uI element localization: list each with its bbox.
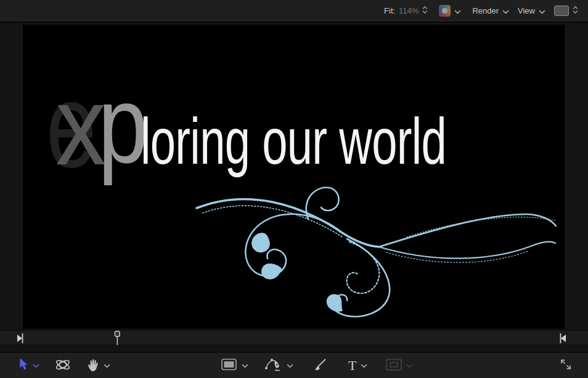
expand-canvas-button[interactable] — [558, 357, 573, 374]
zoom-stepper-icon[interactable] — [422, 6, 428, 17]
motion-canvas-window: Fit: 114% Render View — [0, 0, 588, 378]
title-text-rest: loring our world — [141, 108, 446, 174]
image-mask-tool — [385, 358, 414, 374]
zoom-fit-control[interactable]: Fit: 114% — [384, 6, 428, 17]
display-zoom-control[interactable] — [554, 6, 578, 17]
pan-tool[interactable] — [85, 356, 112, 375]
rectangle-shape-tool[interactable] — [220, 357, 250, 374]
mini-timeline[interactable] — [0, 330, 588, 345]
render-menu-label: Render — [472, 6, 499, 15]
chevron-down-icon — [104, 361, 110, 370]
rectangle-icon — [221, 358, 237, 372]
chevron-down-icon — [454, 6, 461, 17]
display-stepper-icon[interactable] — [573, 6, 578, 17]
chevron-down-icon — [287, 361, 293, 370]
orbit-3d-icon — [54, 357, 71, 374]
orbit-3d-transform-tool[interactable] — [53, 356, 73, 376]
chevron-down-icon — [242, 361, 248, 370]
paintbrush-icon — [313, 358, 327, 373]
pen-nib-icon — [264, 358, 282, 374]
chevron-down-icon — [502, 6, 509, 17]
flourish-graphic-layer[interactable] — [188, 177, 558, 322]
fit-label: Fit: — [384, 6, 395, 15]
channels-menu[interactable] — [439, 5, 461, 17]
select-arrow-icon — [17, 358, 28, 373]
text-tool-icon: T — [348, 359, 356, 372]
bezier-pen-tool[interactable] — [263, 356, 295, 375]
zoom-value: 114% — [399, 6, 419, 15]
select-tool[interactable] — [16, 356, 41, 374]
view-menu-label: View — [518, 6, 535, 15]
text-tool[interactable]: T — [347, 358, 369, 374]
canvas-toolbar: Fit: 114% Render View — [0, 0, 588, 23]
toolbar-divider — [0, 345, 588, 352]
paint-stroke-tool[interactable] — [312, 356, 329, 374]
view-menu[interactable]: View — [518, 6, 545, 17]
in-point-marker[interactable] — [17, 333, 24, 346]
hand-icon — [86, 358, 99, 374]
diagonal-resize-icon — [560, 358, 572, 372]
chevron-down-icon — [361, 361, 367, 370]
color-channels-swatch-icon — [439, 5, 451, 17]
canvas-viewport[interactable]: e x p loring our world — [23, 25, 565, 329]
tools-toolbar: T — [0, 352, 588, 378]
image-mask-icon — [386, 359, 402, 372]
chevron-down-icon — [33, 361, 39, 370]
chevron-down-icon — [406, 361, 413, 370]
out-point-marker[interactable] — [559, 333, 566, 346]
display-rect-icon — [554, 6, 569, 16]
chevron-down-icon — [539, 6, 545, 17]
render-menu[interactable]: Render — [472, 6, 509, 17]
